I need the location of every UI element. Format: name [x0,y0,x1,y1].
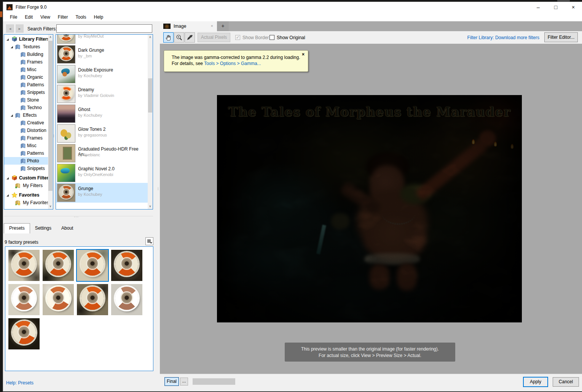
filter-item-glow-tones-2[interactable]: Glow Tones 2by gregasorous [56,124,148,143]
preset-thumbnail-2[interactable] [43,250,74,281]
menu-edit[interactable]: Edit [21,13,37,21]
filter-thumbnail [57,45,75,63]
scrollbar-thumb[interactable] [148,78,152,113]
preset-thumbnail-6[interactable] [43,284,74,315]
preview-image[interactable]: The Tales of Morpheus the Marauder [217,95,522,322]
add-tab-button[interactable]: + [217,21,229,31]
apply-button[interactable]: Apply [523,377,548,387]
filter-item-crunchy-portait-maker[interactable]: Crunchy-Portait-Makerby RayMeOut [56,34,148,44]
help-presets-link[interactable]: Help: Presets [6,380,33,386]
tree-item-building[interactable]: Building [4,51,48,58]
show-original-label[interactable]: Show Original [277,35,305,40]
tree-item-techno[interactable]: Techno [4,104,48,111]
preset-thumbnail-8[interactable] [111,284,142,315]
preset-thumbnail-4[interactable] [111,250,142,281]
tree-item-misc[interactable]: Misc [4,66,48,73]
filter-category-tree: Library FiltersTexturesBuildingFramesMis… [4,34,53,209]
scroll-up-icon[interactable]: ∧ [148,35,153,40]
tree-item-my-favorites[interactable]: My Favorites [4,199,48,206]
tab-close-icon[interactable]: × [211,24,213,28]
panel-splitter[interactable]: ⁞ [53,135,54,137]
expander-icon[interactable] [6,38,9,41]
filter-item-double-exposure[interactable]: Double Exposureby Kochubey [56,64,148,84]
search-filters-input[interactable] [56,24,152,33]
tree-item-patterns[interactable]: Patterns [4,149,48,157]
filter-author: by OnlyOneKenobi [78,172,113,177]
expander-icon[interactable] [11,46,13,48]
magnifier-plus-icon[interactable] [174,32,184,43]
minimize-button[interactable]: – [529,2,547,13]
nav-forward-button[interactable]: ▸ [16,24,24,33]
cancel-button[interactable]: Cancel [553,377,579,387]
tab-settings[interactable]: Settings [30,224,56,232]
tree-item-label: Library Filters [19,35,48,43]
filter-library-link[interactable]: Filter Library: Download more filters [467,35,539,40]
show-original-checkbox[interactable] [269,35,274,40]
menu-view[interactable]: View [37,13,54,21]
nav-back-button[interactable]: ◂ [6,24,14,33]
filter-list-scrollbar[interactable]: ∧ ∨ [148,35,153,209]
menu-help[interactable]: Help [90,13,107,21]
gamma-options-link[interactable]: Tools > Options > Gamma... [204,61,261,66]
expander-icon[interactable] [11,114,13,117]
scroll-down-icon[interactable]: ∨ [48,204,53,209]
tree-item-my-filters[interactable]: My Filters [4,182,48,189]
filter-item-grunge[interactable]: Grungeby Kochubey [56,183,148,203]
filter-name: Double Exposure [78,67,113,73]
filter-item-graphic-novel-2-0[interactable]: Graphic Novel 2.0by OnlyOneKenobi [56,163,148,183]
menu-tools[interactable]: Tools [72,13,90,21]
tree-scrollbar[interactable]: ∧ ∨ [48,35,53,209]
filter-name: Dark Grunge [78,48,104,53]
list-view-menu-icon[interactable] [145,237,153,245]
final-quality-button[interactable]: Final [164,377,179,386]
tree-item-label: Misc [27,66,37,73]
expander-icon[interactable] [6,194,9,197]
main-splitter[interactable]: ⁞ [158,188,159,190]
filter-item-dark-grunge[interactable]: Dark Grungeby _bm [56,44,148,64]
tree-item-library-filters[interactable]: Library Filters [4,35,48,43]
scroll-up-icon[interactable]: ∧ [48,35,53,40]
tree-item-snippets[interactable]: Snippets [4,165,48,172]
filter-item-ghost[interactable]: Ghostby Kochubey [56,104,148,124]
tree-item-frames[interactable]: Frames [4,58,48,66]
preset-thumbnail-7[interactable] [77,284,108,315]
scrollbar-thumb[interactable] [48,41,53,191]
eyedropper-icon[interactable] [185,32,195,43]
tree-item-stone[interactable]: Stone [4,96,48,104]
filter-editor-button[interactable]: Filter Editor... [544,32,578,42]
preset-thumbnail-3[interactable] [77,250,108,281]
preset-thumbnail-5[interactable] [8,284,40,315]
tree-item-distortion[interactable]: Distortion [4,127,48,134]
menu-file[interactable]: File [6,13,21,21]
tree-item-misc[interactable]: Misc [4,142,48,149]
menu-filter[interactable]: Filter [54,13,72,21]
notification-close-icon[interactable]: × [302,52,305,57]
horizontal-splitter-grip[interactable]: ··· [74,215,79,219]
tab-image[interactable]: Image × [160,21,217,31]
tree-item-patterns[interactable]: Patterns [4,81,48,89]
filter-item-dreamy[interactable]: Dreamyby Vladimir Golovin [56,84,148,104]
preset-thumbnail-9[interactable] [8,318,40,349]
quality-options-button[interactable]: ... [180,378,188,386]
folder-yellow-icon [15,183,21,189]
preset-thumbnail-1[interactable] [8,250,40,281]
maximize-button[interactable]: □ [547,2,564,13]
tree-item-effects[interactable]: Effects [4,111,48,119]
scroll-down-icon[interactable]: ∨ [148,204,153,209]
tree-item-frames[interactable]: Frames [4,134,48,142]
tree-item-photo[interactable]: Photo [4,157,48,165]
tree-item-label: My Filters [23,182,43,189]
folder-icon [20,127,26,133]
close-button[interactable]: × [564,2,582,13]
expander-icon[interactable] [6,177,9,179]
tree-item-favorites[interactable]: Favorites [4,191,48,199]
tree-item-custom-filters[interactable]: Custom Filters [4,174,48,182]
tab-presets[interactable]: Presets [4,223,30,233]
tree-item-creative[interactable]: Creative [4,119,48,127]
tree-item-snippets[interactable]: Snippets [4,89,48,96]
filter-item-graduated-pseudo-hdr-free-an-[interactable]: Graduated Pseudo-HDR Free An...by lipebi… [56,143,148,163]
hand-icon[interactable] [163,32,174,43]
tab-about[interactable]: About [56,224,78,232]
tree-item-organic[interactable]: Organic [4,73,48,81]
tree-item-textures[interactable]: Textures [4,43,48,51]
